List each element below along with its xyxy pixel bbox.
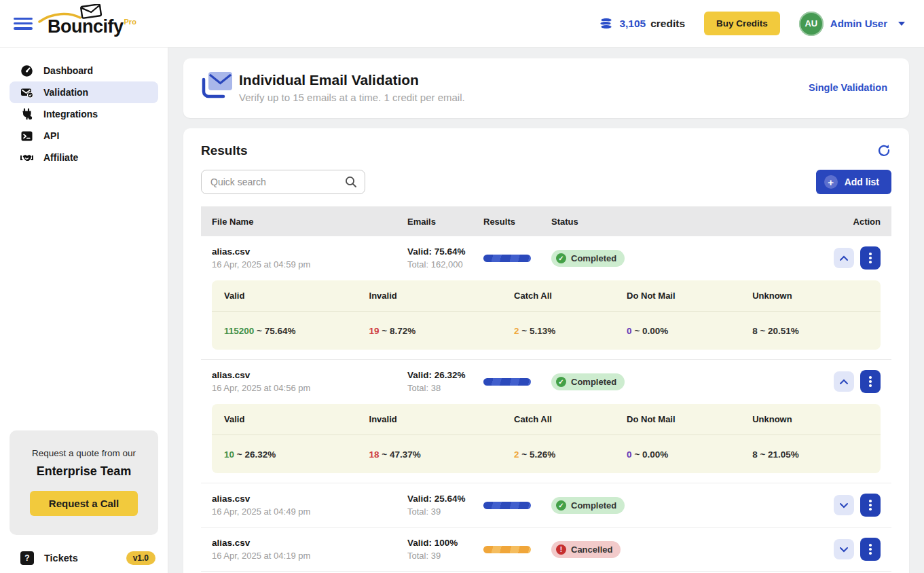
hamburger-menu-icon[interactable]	[14, 17, 33, 31]
sidebar-item-integrations[interactable]: Integrations	[10, 103, 158, 125]
status-icon	[556, 544, 566, 555]
detail-valid-value: 10 ~ 26.32%	[224, 449, 369, 460]
status-label: Completed	[571, 500, 616, 511]
total-count: Total: 162,000	[407, 259, 483, 270]
email-validation-icon	[198, 69, 238, 107]
status-label: Completed	[571, 377, 616, 387]
table-row-group: alias.csv 16 Apr, 2025 at 04:59 pm Valid…	[201, 236, 891, 360]
sidebar-item-validation[interactable]: Validation	[10, 81, 158, 103]
detail-valid-value: 115200 ~ 75.64%	[224, 326, 369, 336]
version-badge: v1.0	[126, 551, 155, 565]
status-icon	[556, 500, 566, 511]
status-icon	[556, 253, 566, 263]
tickets-link[interactable]: ? Tickets v1.0	[0, 544, 168, 565]
table-header: File Name Emails Results Status Action	[201, 206, 891, 236]
results-title: Results	[201, 143, 248, 158]
row-menu-button[interactable]	[860, 370, 881, 393]
detail-catch-all-value: 2 ~ 5.13%	[514, 326, 627, 336]
refresh-icon[interactable]	[876, 143, 891, 158]
sidebar-item-label: Dashboard	[43, 65, 93, 76]
plug-icon	[20, 108, 33, 121]
page-title: Individual Email Validation	[239, 72, 465, 88]
top-bar: BouncifyPro 3,105 credits Buy Credits AU…	[0, 0, 924, 48]
collapse-row-button[interactable]	[834, 248, 854, 268]
status-badge: Cancelled	[551, 541, 621, 558]
progress-bar	[483, 378, 531, 386]
row-details: Valid Invalid Catch All Do Not Mail Unkn…	[212, 404, 881, 473]
table-row: alias.csv 16 Apr, 2025 at 04:19 pm Valid…	[201, 528, 891, 571]
credits-label: credits	[650, 18, 685, 30]
sidebar-item-label: Validation	[43, 87, 88, 98]
help-icon: ?	[20, 551, 34, 565]
valid-percent: Valid: 26.32%	[407, 370, 483, 380]
buy-credits-button[interactable]: Buy Credits	[704, 12, 780, 35]
detail-invalid-value: 19 ~ 8.72%	[369, 326, 515, 336]
detail-do-not-mail-value: 0 ~ 0.00%	[627, 326, 752, 336]
sidebar: Dashboard Validation Integrations API Af…	[0, 48, 168, 573]
search-input[interactable]	[201, 170, 365, 194]
add-list-button[interactable]: + Add list	[816, 170, 891, 194]
credits-amount: 3,105	[619, 18, 646, 30]
terminal-icon	[20, 130, 33, 143]
detail-col-valid: Valid	[224, 291, 369, 301]
app-logo: BouncifyPro	[48, 10, 136, 37]
total-count: Total: 38	[407, 383, 483, 393]
sidebar-item-label: Affiliate	[43, 152, 78, 163]
table-row-group: alias.csv 16 Apr, 2025 at 04:56 pm Valid…	[201, 360, 891, 483]
sidebar-item-affiliate[interactable]: Affiliate	[10, 147, 158, 168]
file-name: alias.csv	[212, 538, 407, 548]
user-name: Admin User	[830, 18, 887, 29]
detail-col-invalid: Invalid	[369, 291, 515, 301]
request-a-call-button[interactable]: Request a Call	[30, 491, 138, 516]
detail-catch-all-value: 2 ~ 5.26%	[514, 449, 627, 460]
column-emails: Emails	[407, 217, 483, 227]
single-validation-link[interactable]: Single Validation	[809, 82, 887, 93]
collapse-row-button[interactable]	[834, 371, 854, 392]
avatar: AU	[799, 12, 824, 36]
enterprise-quote-card: Request a quote from our Enterprise Team…	[10, 430, 158, 535]
row-menu-button[interactable]	[860, 246, 881, 270]
main-content: Individual Email Validation Verify up to…	[168, 48, 924, 573]
user-menu[interactable]: AU Admin User	[799, 12, 905, 36]
sidebar-item-api[interactable]: API	[10, 125, 158, 147]
file-name: alias.csv	[212, 246, 407, 257]
sidebar-item-label: API	[43, 130, 59, 141]
file-date: 16 Apr, 2025 at 04:56 pm	[212, 383, 407, 393]
column-results: Results	[483, 217, 551, 227]
detail-unknown-value: 8 ~ 20.51%	[752, 326, 868, 336]
file-date: 16 Apr, 2025 at 04:19 pm	[212, 551, 407, 561]
total-count: Total: 39	[407, 551, 483, 561]
enterprise-text: Request a quote from our	[16, 448, 151, 458]
kebab-icon	[869, 380, 872, 383]
total-count: Total: 39	[407, 506, 483, 517]
detail-unknown-value: 8 ~ 21.05%	[752, 449, 868, 460]
plus-icon: +	[824, 175, 838, 189]
results-card: Results + Add list File Name	[183, 128, 909, 573]
status-label: Cancelled	[571, 544, 612, 555]
expand-row-button[interactable]	[834, 539, 854, 559]
detail-invalid-value: 18 ~ 47.37%	[369, 449, 515, 460]
progress-bar	[483, 502, 531, 509]
page-subtitle: Verify up to 15 emails at a time. 1 cred…	[239, 92, 465, 103]
sidebar-item-dashboard[interactable]: Dashboard	[10, 60, 158, 81]
table-row: alias.csv 16 Apr, 2025 at 04:59 pm Valid…	[201, 236, 891, 280]
credits-display: 3,105 credits	[599, 16, 685, 31]
column-status: Status	[551, 217, 815, 227]
tickets-label: Tickets	[44, 553, 78, 563]
validation-mail-icon	[20, 86, 33, 99]
chevron-down-icon	[898, 22, 905, 26]
status-badge: Completed	[551, 250, 625, 267]
expand-row-button[interactable]	[834, 495, 854, 515]
status-icon	[556, 377, 566, 387]
detail-col-unknown: Unknown	[752, 414, 868, 424]
column-action: Action	[815, 217, 881, 227]
detail-col-unknown: Unknown	[752, 291, 868, 301]
sidebar-item-label: Integrations	[43, 109, 98, 119]
kebab-icon	[869, 504, 872, 506]
enterprise-team-title: Enterprise Team	[16, 464, 151, 479]
dashboard-icon	[20, 64, 33, 77]
status-badge: Completed	[551, 497, 625, 514]
row-menu-button[interactable]	[860, 538, 881, 561]
row-menu-button[interactable]	[860, 494, 881, 517]
logo-pro-badge: Pro	[124, 18, 136, 26]
